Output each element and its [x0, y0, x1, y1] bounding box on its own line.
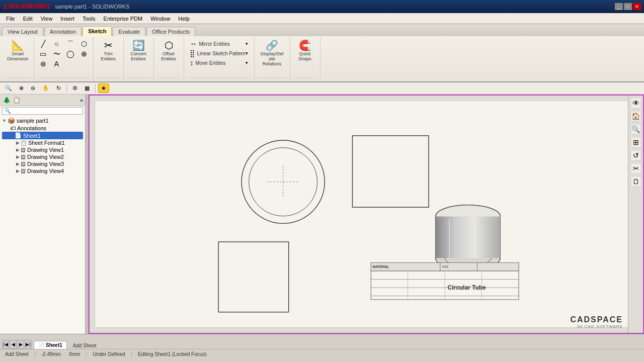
sketch-tools-label — [37, 78, 90, 80]
trim-entities-button[interactable]: ✂ TrimEntities — [98, 39, 118, 62]
move-dropdown[interactable]: ▾ — [246, 60, 248, 65]
line-button[interactable]: ╱ — [37, 39, 49, 48]
point-button[interactable]: ⊕ — [78, 49, 90, 58]
quick-snaps-button[interactable]: 🧲 QuickSnaps — [295, 39, 315, 62]
zoom-to-fit-button[interactable]: 🔍 — [2, 83, 15, 93]
view3-expander[interactable]: ▶ — [16, 161, 20, 166]
arc-icon: ⌒ — [67, 40, 74, 47]
view2-expander[interactable]: ▶ — [16, 154, 20, 159]
filter-input[interactable] — [2, 107, 83, 115]
root-expander[interactable]: ▼ — [2, 118, 7, 123]
menu-file[interactable]: File — [2, 15, 19, 23]
property-manager-icon[interactable]: 📋 — [12, 96, 21, 105]
zoom-area-button[interactable]: ⊞ — [630, 137, 641, 148]
view-settings-button[interactable]: ★ — [98, 83, 109, 93]
menu-help[interactable]: Help — [174, 15, 194, 23]
sheet1-expander[interactable]: ▼ — [9, 133, 14, 138]
menu-tools[interactable]: Tools — [78, 15, 100, 23]
close-button[interactable]: ✕ — [633, 3, 641, 10]
view-selector-button[interactable]: 👁 — [630, 98, 641, 109]
spline-button[interactable]: 〜 — [51, 49, 63, 58]
linear-pattern-dropdown[interactable]: ▾ — [246, 51, 248, 56]
menu-enterprise[interactable]: Enterprise PDM — [100, 15, 147, 23]
display-delete-relations-button[interactable]: 🔗 Display/DeleteRelations — [258, 39, 287, 67]
sidebar: 🌲 📋 » ▼ 📦 sample part1 🏷 Annotations — [0, 95, 86, 334]
home-view-button[interactable]: 🏠 — [630, 111, 641, 122]
main-layout: 🌲 📋 » ▼ 📦 sample part1 🏷 Annotations — [0, 95, 644, 334]
sheet1-tab[interactable]: 📄 Sheet1 — [34, 341, 67, 349]
tab-office-products[interactable]: Office Products — [146, 27, 195, 36]
last-sheet-button[interactable]: ▶| — [25, 340, 32, 349]
sheet-format-expander[interactable]: ▶ — [16, 140, 20, 145]
arc-button[interactable]: ⌒ — [64, 39, 76, 48]
tab-annotation[interactable]: Annotation — [44, 27, 82, 36]
tree-sheet1[interactable]: ▼ 📄 Sheet1 — [2, 132, 83, 139]
pan-button[interactable]: ✋ — [39, 83, 52, 93]
rectangle-button[interactable]: ▭ — [37, 49, 49, 58]
root-label: sample part1 — [17, 118, 49, 124]
text-button[interactable]: A — [51, 59, 63, 68]
ribbon-content: 📐 SmartDimension ╱ ○ ⌒ — [0, 36, 644, 81]
tree-drawing-view2[interactable]: ▶ 🖼 Drawing View2 — [2, 153, 83, 160]
polygon-button[interactable]: ⬡ — [78, 39, 90, 48]
toolbar-separator-2 — [95, 84, 96, 93]
first-sheet-button[interactable]: |◀ — [2, 340, 9, 349]
move-entities-button[interactable]: ↕ Move Entities ▾ — [188, 58, 250, 67]
add-sheet-button[interactable]: Add Sheet — [71, 342, 99, 349]
tree-drawing-view3[interactable]: ▶ 🖼 Drawing View3 — [2, 160, 83, 167]
zoom-all-button[interactable]: 🔍 — [630, 124, 641, 135]
display-style-button[interactable]: ▦ — [82, 83, 93, 93]
menu-window[interactable]: Window — [146, 15, 174, 23]
tab-sketch[interactable]: Sketch — [83, 26, 112, 36]
tab-evaluate[interactable]: Evaluate — [113, 27, 145, 36]
menu-view[interactable]: View — [37, 15, 57, 23]
rotate-button[interactable]: ↻ — [53, 83, 64, 93]
tab-view-layout[interactable]: View Layout — [2, 27, 43, 36]
mirror-dropdown[interactable]: ▾ — [246, 41, 248, 46]
next-sheet-button[interactable]: ▶ — [17, 340, 24, 349]
add-sheet-status: Add Sheet — [3, 351, 31, 357]
move-entities-label: Move Entities — [195, 60, 225, 66]
transform-group-label — [187, 78, 251, 80]
feature-tree-icon[interactable]: 🌲 — [2, 96, 11, 105]
zoom-out-button[interactable]: ⊖ — [28, 83, 38, 93]
mirror-entities-button[interactable]: ↔ Mirror Entities ▾ — [188, 39, 250, 48]
ellipse-button[interactable]: ◯ — [64, 49, 76, 58]
tree-drawing-view4[interactable]: ▶ 🖼 Drawing View4 — [2, 167, 83, 174]
tree-sheet-format1[interactable]: ▶ 📋 Sheet Format1 — [2, 139, 83, 146]
tree-drawing-view1[interactable]: ▶ 🖼 Drawing View1 — [2, 146, 83, 153]
ellipse-icon: ◯ — [66, 50, 74, 57]
convert-entities-button[interactable]: 🔄 ConvertEntities — [128, 39, 148, 62]
coord-y: 0mm — [67, 351, 82, 357]
tree-annotations[interactable]: 🏷 Annotations — [2, 125, 83, 132]
sidebar-icons: 🌲 📋 — [2, 96, 21, 105]
menu-insert[interactable]: Insert — [56, 15, 78, 23]
3d-view-button[interactable]: 🗋 — [630, 176, 641, 187]
drawing-area[interactable]: MATERIAL XXX Circular Tube — [89, 95, 644, 334]
menu-edit[interactable]: Edit — [19, 15, 37, 23]
section-view-button[interactable]: ✂ — [630, 163, 641, 174]
circle-button[interactable]: ○ — [51, 39, 63, 48]
previous-view-button[interactable]: ↺ — [630, 150, 641, 161]
expand-sidebar-button[interactable]: » — [80, 97, 83, 103]
linear-pattern-button[interactable]: ⣿ Linear Sketch Pattern ▾ — [188, 49, 250, 58]
maximize-button[interactable]: □ — [624, 3, 632, 10]
view4-icon: 🖼 — [21, 168, 26, 174]
window-title: sample part1 - SOLIDWORKS — [55, 4, 615, 10]
mirror-label: Mirror Entities — [199, 41, 230, 47]
offset-items: ⬡ OffsetEntities — [158, 37, 179, 78]
centerline-button[interactable]: ⊛ — [37, 59, 49, 68]
offset-entities-button[interactable]: ⬡ OffsetEntities — [158, 39, 179, 62]
app-logo: SSOLIDWORKS — [3, 3, 51, 11]
view4-expander[interactable]: ▶ — [16, 168, 20, 173]
cad-logo-subtext: 3D CAD SOFTWARE — [570, 324, 623, 329]
tree-root-item[interactable]: ▼ 📦 sample part1 — [2, 117, 83, 125]
prev-sheet-button[interactable]: ◀ — [10, 340, 17, 349]
transform-col: ↔ Mirror Entities ▾ ⣿ Linear Sketch Patt… — [188, 39, 250, 67]
view-options-button[interactable]: ⚙ — [69, 83, 80, 93]
minimize-button[interactable]: _ — [615, 3, 623, 10]
zoom-in-button[interactable]: ⊕ — [16, 83, 27, 93]
view1-expander[interactable]: ▶ — [16, 147, 20, 152]
smart-dimension-button[interactable]: 📐 SmartDimension — [5, 39, 31, 62]
move-icon: ↕ — [190, 59, 193, 67]
